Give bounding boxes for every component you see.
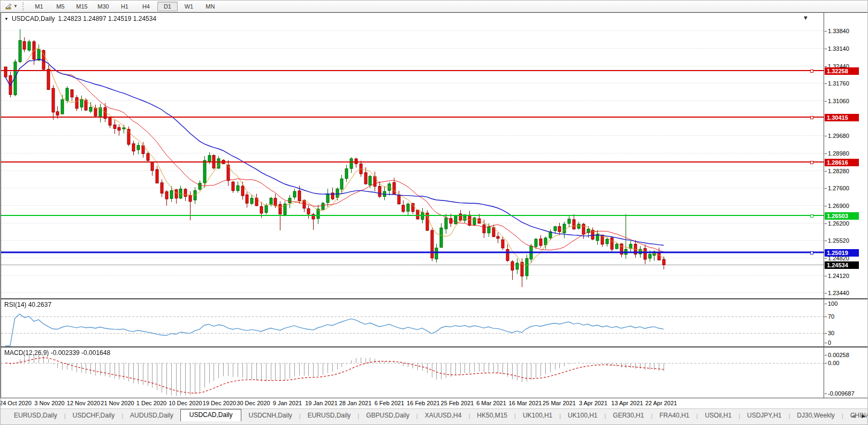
- chart-tab-usdcad-daily[interactable]: USDCAD,Daily: [180, 409, 242, 421]
- level-line-handle[interactable]: [810, 251, 813, 254]
- level-price-chip: 1.32258: [825, 67, 859, 75]
- timeframe-button-m5[interactable]: M5: [50, 2, 71, 11]
- price-canvas[interactable]: [1, 13, 824, 298]
- price-tick-label: 1.25520: [828, 237, 849, 244]
- dropdown-caret-icon: ▼: [13, 4, 18, 9]
- macd-tick-label: 0.00: [828, 360, 839, 367]
- chart-tab-uk100-h1[interactable]: UK100,H1: [516, 410, 559, 421]
- drawing-tool-icon: [5, 3, 12, 10]
- tab-scroll-left-icon[interactable]: ◄: [850, 413, 856, 419]
- price-tick-label: 1.24120: [828, 273, 849, 280]
- chart-symbol-period: USDCAD,Daily: [12, 15, 55, 22]
- date-axis[interactable]: 24 Oct 20203 Nov 202012 Nov 202021 Nov 2…: [1, 398, 868, 409]
- chart-title: ▼ USDCAD,Daily 1.24823 1.24897 1.24519 1…: [4, 15, 156, 22]
- price-axis[interactable]: 1.338401.331401.324401.317601.310601.296…: [824, 13, 868, 298]
- macd-tick-label: -0.009687: [828, 390, 855, 397]
- chart-tab-eurusd-daily[interactable]: EURUSD,Daily: [301, 410, 358, 421]
- timeframe-button-m30[interactable]: M30: [93, 2, 113, 11]
- timeframe-toolbar: ▼ M1M5M15M30H1H4D1W1MN: [1, 1, 868, 12]
- rsi-tick-label: 30: [828, 330, 834, 337]
- chart-tab-fra40-h1[interactable]: FRA40,H1: [652, 410, 696, 421]
- current-price-chip: 1.24534: [825, 261, 859, 269]
- macd-panel: MACD(12,26,9) -0.002339 -0.001648 0.0025…: [1, 347, 868, 398]
- chart-shift-marker-icon[interactable]: ▼: [803, 14, 809, 21]
- timeframe-button-mn[interactable]: MN: [200, 2, 220, 11]
- chart-tab-eurusd-daily[interactable]: EURUSD,Daily: [7, 410, 64, 421]
- macd-axis[interactable]: 0.002580.00-0.009687: [824, 347, 868, 398]
- rsi-tick-label: 70: [828, 313, 834, 320]
- toolbar-grip: [22, 2, 26, 11]
- trading-terminal-window: ▼ M1M5M15M30H1H4D1W1MN ▼ USDCAD,Daily 1.…: [0, 0, 868, 425]
- price-chart-panel: ▼ USDCAD,Daily 1.24823 1.24897 1.24519 1…: [1, 12, 868, 299]
- chart-tab-dj30-weekly[interactable]: DJ30,Weekly: [790, 410, 841, 421]
- rsi-plot-area[interactable]: RSI(14) 40.2637: [1, 299, 824, 346]
- macd-plot-area[interactable]: MACD(12,26,9) -0.002339 -0.001648: [1, 347, 824, 398]
- chart-tab-ger30-h1[interactable]: GER30,H1: [606, 410, 651, 421]
- macd-label: MACD(12,26,9) -0.002339 -0.001648: [4, 349, 110, 357]
- rsi-tick-label: 0: [828, 339, 831, 346]
- chart-ohlc-quote: 1.24823 1.24897 1.24519 1.24534: [58, 15, 157, 22]
- chart-tab-xauusd-h4[interactable]: XAUUSD,H4: [418, 410, 469, 421]
- chart-tab-uk100-h1[interactable]: UK100,H1: [561, 410, 604, 421]
- price-tick-label: 1.28280: [828, 168, 849, 175]
- level-line-handle[interactable]: [810, 214, 813, 218]
- timeframe-button-d1[interactable]: D1: [157, 2, 178, 11]
- chart-tab-usoil-h1[interactable]: USOil,H1: [698, 410, 738, 421]
- tab-scroll-right-icon[interactable]: ►: [861, 413, 866, 419]
- rsi-canvas[interactable]: [1, 299, 824, 346]
- price-tick-label: 1.23440: [828, 290, 849, 297]
- macd-canvas[interactable]: [1, 347, 824, 398]
- chart-tab-usdjpy-h1[interactable]: USDJPY,H1: [740, 410, 788, 421]
- chart-tab-usdcnh-daily[interactable]: USDCNH,Daily: [241, 410, 299, 421]
- price-tick-label: 1.29680: [828, 133, 849, 140]
- chart-tab-hk50-m15[interactable]: HK50,M15: [470, 410, 514, 421]
- date-tick-label: 22 Apr 2021: [637, 400, 686, 406]
- level-price-chip: 1.26503: [825, 212, 859, 220]
- price-tick-label: 1.33140: [828, 45, 849, 52]
- chart-tabbar: EURUSD,Daily|USDCHF,Daily|AUDUSD,DailyUS…: [1, 408, 868, 421]
- level-line-handle[interactable]: [810, 69, 813, 73]
- price-tick-label: 1.28980: [828, 150, 849, 157]
- timeframe-button-m1[interactable]: M1: [29, 2, 49, 11]
- price-tick-label: 1.26900: [828, 203, 849, 210]
- timeframe-button-w1[interactable]: W1: [179, 2, 199, 11]
- price-tick-label: 1.31760: [828, 80, 849, 87]
- level-line-handle[interactable]: [810, 161, 813, 164]
- price-plot-area[interactable]: ▼ USDCAD,Daily 1.24823 1.24897 1.24519 1…: [1, 13, 824, 298]
- tab-scroll-arrows: ◄ ►: [850, 413, 866, 419]
- rsi-label: RSI(14) 40.2637: [4, 301, 51, 308]
- chart-tab-gbpusd-daily[interactable]: GBPUSD,Daily: [359, 410, 416, 421]
- level-price-chip: 1.28616: [825, 159, 859, 166]
- timeframe-button-m15[interactable]: M15: [72, 2, 92, 11]
- rsi-axis[interactable]: 10070300: [824, 299, 868, 346]
- chart-tab-audusd-daily[interactable]: AUDUSD,Daily: [123, 410, 180, 421]
- price-tick-label: 1.26200: [828, 220, 849, 227]
- rsi-panel: RSI(14) 40.2637 10070300: [1, 299, 868, 347]
- level-price-chip: 1.30415: [825, 114, 859, 121]
- symbol-dropdown-icon[interactable]: ▼: [4, 17, 9, 21]
- macd-tick-label: 0.00258: [828, 352, 849, 359]
- drawing-tool-button[interactable]: ▼: [2, 2, 20, 11]
- timeframe-button-h4[interactable]: H4: [136, 2, 156, 11]
- price-tick-label: 1.27600: [828, 185, 849, 192]
- level-price-chip: 1.25019: [825, 249, 859, 257]
- timeframe-button-h1[interactable]: H1: [115, 2, 135, 11]
- rsi-tick-label: 100: [828, 300, 837, 307]
- price-tick-label: 1.31060: [828, 98, 849, 105]
- level-line-handle[interactable]: [810, 116, 813, 119]
- timeframe-buttons: M1M5M15M30H1H4D1W1MN: [28, 2, 221, 11]
- price-tick-label: 1.33840: [828, 28, 849, 35]
- chart-tab-usdchf-daily[interactable]: USDCHF,Daily: [66, 410, 122, 421]
